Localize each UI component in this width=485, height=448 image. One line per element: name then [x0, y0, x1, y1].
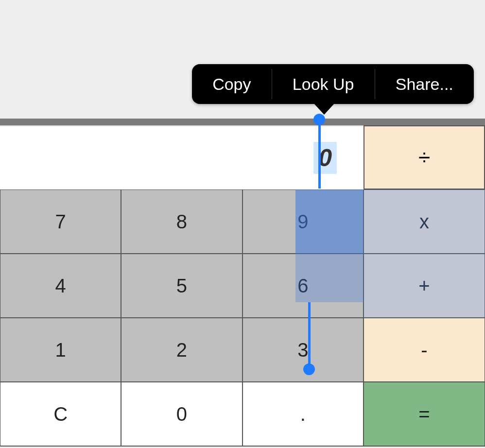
lookup-button[interactable]: Look Up [272, 64, 375, 104]
key-7[interactable]: 7 [0, 189, 121, 254]
key-8[interactable]: 8 [121, 189, 242, 254]
key-dot[interactable]: . [242, 381, 364, 447]
clear-button[interactable]: C [0, 381, 121, 447]
popover-tail-icon [313, 103, 335, 115]
window-top-edge [0, 119, 485, 125]
add-button[interactable]: + [363, 253, 485, 318]
multiply-button[interactable]: x [363, 189, 485, 254]
equals-button[interactable]: = [363, 381, 485, 447]
key-9[interactable]: 9 [242, 189, 364, 254]
key-6[interactable]: 6 [242, 253, 364, 318]
selection-handle-bottom-dot[interactable] [303, 363, 315, 375]
display-value[interactable]: 0 [313, 142, 337, 174]
keypad: 7 8 9 x 4 5 6 + 1 2 3 - C 0 . = [0, 190, 485, 446]
selection-handle-top[interactable] [318, 125, 321, 189]
key-5[interactable]: 5 [121, 253, 242, 318]
divide-button[interactable]: ÷ [364, 125, 485, 190]
subtract-button[interactable]: - [363, 317, 485, 382]
selection-handle-top-dot[interactable] [313, 114, 325, 125]
calculator: 0 ÷ 7 8 9 x 4 5 6 + 1 2 3 - C 0 . = [0, 125, 485, 446]
share-button[interactable]: Share... [375, 64, 474, 104]
key-3[interactable]: 3 [242, 317, 364, 382]
key-0[interactable]: 0 [121, 381, 242, 447]
selection-handle-bottom[interactable] [308, 302, 311, 365]
key-4[interactable]: 4 [0, 253, 121, 318]
key-2[interactable]: 2 [121, 317, 242, 382]
copy-button[interactable]: Copy [192, 64, 272, 104]
display[interactable]: 0 [0, 125, 364, 190]
text-selection-popover: Copy Look Up Share... [192, 64, 474, 104]
key-1[interactable]: 1 [0, 317, 121, 382]
